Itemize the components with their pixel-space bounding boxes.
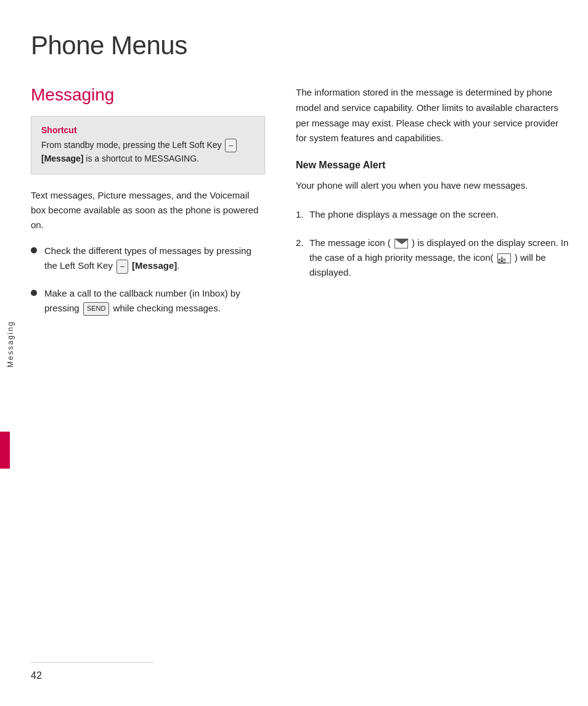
bullet-text-1: Check the different types of messages by… bbox=[44, 244, 265, 274]
left-column: Messaging Shortcut From standby mode, pr… bbox=[31, 85, 265, 328]
num2-part1: The message icon ( bbox=[309, 237, 391, 248]
page-number: 42 bbox=[31, 670, 42, 681]
new-message-alert-heading: New Message Alert bbox=[296, 160, 570, 171]
priority-envelope-icon: ✉ bbox=[497, 253, 511, 263]
bullet-text-2: Make a call to the callback number (in I… bbox=[44, 286, 265, 316]
num-text-2: The message icon ( ) is displayed on the… bbox=[309, 236, 570, 280]
num-label-1: 1. bbox=[296, 207, 309, 222]
shortcut-text: From standby mode, pressing the Left Sof… bbox=[41, 139, 255, 165]
numbered-list: 1. The phone displays a message on the s… bbox=[296, 207, 570, 280]
left-soft-key-icon: – bbox=[225, 139, 237, 152]
alert-text: Your phone will alert you when you have … bbox=[296, 178, 570, 194]
shortcut-message-bold: [Message] bbox=[41, 154, 83, 163]
bullet-dot-2 bbox=[31, 290, 37, 296]
num-text-1: The phone displays a message on the scre… bbox=[309, 207, 570, 222]
numbered-item-1: 1. The phone displays a message on the s… bbox=[296, 207, 570, 222]
page-title: Phone Menus bbox=[31, 31, 570, 60]
bullet-list: Check the different types of messages by… bbox=[31, 244, 265, 316]
envelope-icon bbox=[394, 239, 408, 248]
sidebar-label: Messaging bbox=[6, 321, 15, 367]
shortcut-title: Shortcut bbox=[41, 125, 255, 135]
right-column: The information stored in the message is… bbox=[296, 85, 570, 328]
shortcut-text-part2: is a shortcut to MESSAGING. bbox=[86, 154, 199, 163]
shortcut-box: Shortcut From standby mode, pressing the… bbox=[31, 116, 265, 174]
bottom-divider bbox=[31, 662, 154, 663]
two-col-layout: Messaging Shortcut From standby mode, pr… bbox=[31, 85, 570, 328]
shortcut-text-part1: From standby mode, pressing the Left Sof… bbox=[41, 140, 222, 150]
bullet2-part2: while checking messages. bbox=[113, 303, 221, 313]
bullet1-bold: [Message] bbox=[132, 260, 177, 271]
page-bottom: 42 bbox=[31, 662, 573, 681]
main-content: Phone Menus Messaging Shortcut From stan… bbox=[31, 31, 570, 706]
left-intro-text: Text messages, Picture messages, and the… bbox=[31, 188, 265, 232]
bullet1-part2: . bbox=[177, 260, 179, 271]
numbered-item-2: 2. The message icon ( ) is displayed on … bbox=[296, 236, 570, 280]
bullet-item-2: Make a call to the callback number (in I… bbox=[31, 286, 265, 316]
num-label-2: 2. bbox=[296, 236, 309, 250]
bullet-dot-1 bbox=[31, 247, 37, 253]
bullet1-key-icon: – bbox=[116, 260, 128, 274]
sidebar-red-bar bbox=[0, 432, 10, 469]
section-heading-messaging: Messaging bbox=[31, 85, 265, 105]
bullet-item-1: Check the different types of messages by… bbox=[31, 244, 265, 274]
page-container: Messaging Phone Menus Messaging Shortcut… bbox=[0, 0, 588, 706]
sidebar: Messaging bbox=[0, 0, 22, 706]
right-intro-text: The information stored in the message is… bbox=[296, 85, 570, 146]
send-key-icon: SEND bbox=[83, 302, 110, 316]
